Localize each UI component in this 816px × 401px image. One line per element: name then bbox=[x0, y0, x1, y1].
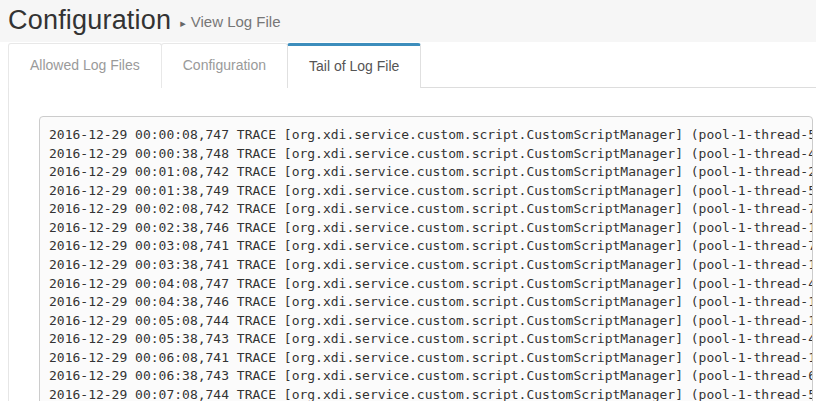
breadcrumb: View Log File bbox=[191, 13, 281, 30]
tab-content-panel: 2016-12-29 00:00:08,747 TRACE [org.xdi.s… bbox=[8, 88, 816, 401]
log-line: 2016-12-29 00:04:08,747 TRACE [org.xdi.s… bbox=[49, 275, 803, 294]
log-line: 2016-12-29 00:00:38,748 TRACE [org.xdi.s… bbox=[49, 145, 803, 164]
tab-allowed-log-files[interactable]: Allowed Log Files bbox=[8, 43, 162, 88]
log-line: 2016-12-29 00:05:38,743 TRACE [org.xdi.s… bbox=[49, 330, 803, 349]
log-line: 2016-12-29 00:06:08,741 TRACE [org.xdi.s… bbox=[49, 349, 803, 368]
tab-bar: Allowed Log FilesConfigurationTail of Lo… bbox=[8, 42, 816, 88]
log-line: 2016-12-29 00:02:08,742 TRACE [org.xdi.s… bbox=[49, 200, 803, 219]
log-line: 2016-12-29 00:00:08,747 TRACE [org.xdi.s… bbox=[49, 126, 803, 145]
log-line: 2016-12-29 00:05:08,744 TRACE [org.xdi.s… bbox=[49, 312, 803, 331]
log-line: 2016-12-29 00:02:38,746 TRACE [org.xdi.s… bbox=[49, 219, 803, 238]
page-title: Configuration bbox=[8, 5, 171, 35]
log-line: 2016-12-29 00:07:08,744 TRACE [org.xdi.s… bbox=[49, 386, 803, 401]
log-output[interactable]: 2016-12-29 00:00:08,747 TRACE [org.xdi.s… bbox=[39, 116, 813, 401]
log-line: 2016-12-29 00:01:08,742 TRACE [org.xdi.s… bbox=[49, 163, 803, 182]
log-line: 2016-12-29 00:01:38,749 TRACE [org.xdi.s… bbox=[49, 182, 803, 201]
breadcrumb-arrow-icon: ▸ bbox=[180, 17, 186, 29]
page-header: Configuration▸View Log File bbox=[0, 0, 816, 42]
log-line: 2016-12-29 00:06:38,743 TRACE [org.xdi.s… bbox=[49, 367, 803, 386]
log-line: 2016-12-29 00:04:38,746 TRACE [org.xdi.s… bbox=[49, 293, 803, 312]
log-line: 2016-12-29 00:03:08,741 TRACE [org.xdi.s… bbox=[49, 237, 803, 256]
log-line: 2016-12-29 00:03:38,741 TRACE [org.xdi.s… bbox=[49, 256, 803, 275]
tab-configuration[interactable]: Configuration bbox=[161, 43, 288, 88]
tab-tail-of-log-file[interactable]: Tail of Log File bbox=[287, 43, 421, 88]
